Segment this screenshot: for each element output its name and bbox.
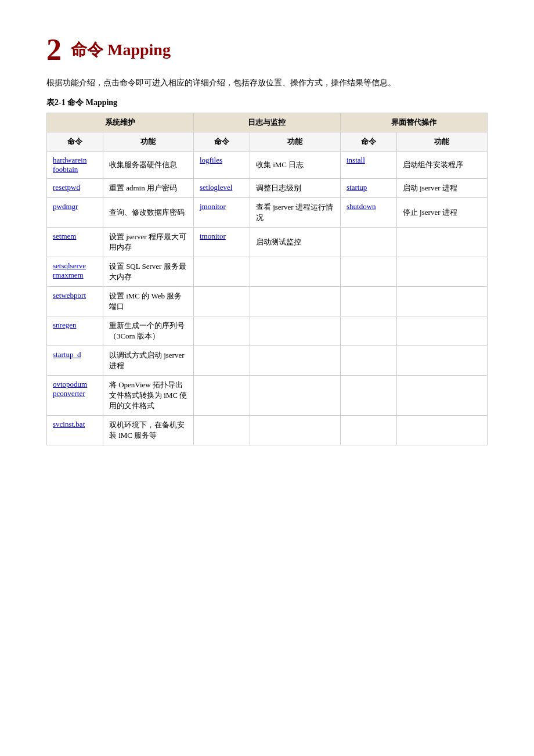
log-cmd-7 [193,346,250,376]
log-func-5 [250,287,340,316]
command-mapping-table: 系统维护 日志与监控 界面替代操作 命令 功能 命令 功能 命令 功能 hard… [46,113,488,445]
col-header-ui-func: 功能 [396,132,487,152]
col-header-log-func: 功能 [250,132,340,152]
ui-cmd-6 [340,316,396,346]
sys-func-7: 以调试方式启动 jserver 进程 [103,346,193,376]
ui-func-6 [396,316,487,346]
log-cmd-1[interactable]: setloglevel [193,179,250,198]
sys-func-8: 将 OpenView 拓扑导出文件格式转换为 iMC 使用的文件格式 [103,376,193,416]
ui-cmd-4 [340,257,396,287]
sys-cmd-6[interactable]: snregen [47,316,103,346]
log-func-6 [250,316,340,346]
ui-cmd-5 [340,287,396,316]
sys-cmd-9[interactable]: svcinst.bat [47,416,103,445]
sys-cmd-1[interactable]: resetpwd [47,179,103,198]
ui-cmd-3 [340,228,396,257]
log-func-9 [250,416,340,445]
log-func-1: 调整日志级别 [250,179,340,198]
sys-cmd-5[interactable]: setwebport [47,287,103,316]
ui-cmd-1[interactable]: startup [340,179,396,198]
log-func-8 [250,376,340,416]
col-header-sys-cmd: 命令 [47,132,103,152]
ui-cmd-9 [340,416,396,445]
sys-cmd-7[interactable]: startup_d [47,346,103,376]
group-header-sys: 系统维护 [47,113,194,132]
sys-cmd-3[interactable]: setmem [47,228,103,257]
ui-func-5 [396,287,487,316]
table-caption: 表2-1 命令 Mapping [46,98,488,108]
ui-cmd-2[interactable]: shutdown [340,198,396,228]
ui-func-3 [396,228,487,257]
log-cmd-6 [193,316,250,346]
log-cmd-2[interactable]: jmonitor [193,198,250,228]
ui-func-8 [396,376,487,416]
ui-func-1: 启动 jserver 进程 [396,179,487,198]
sys-func-1: 重置 admin 用户密码 [103,179,193,198]
col-header-log-cmd: 命令 [193,132,250,152]
ui-cmd-8 [340,376,396,416]
chapter-number: 2 [46,35,62,65]
log-func-3: 启动测试监控 [250,228,340,257]
chapter-title: 命令 Mapping [71,39,171,61]
sys-func-4: 设置 SQL Server 服务最大内存 [103,257,193,287]
chapter-description: 根据功能介绍，点击命令即可进入相应的详细介绍，包括存放位置、操作方式，操作结果等… [46,77,488,89]
log-cmd-4 [193,257,250,287]
sys-func-3: 设置 jserver 程序最大可用内存 [103,228,193,257]
ui-cmd-0[interactable]: install [340,152,396,179]
log-cmd-0[interactable]: logfiles [193,152,250,179]
log-cmd-5 [193,287,250,316]
sys-func-9: 双机环境下，在备机安装 iMC 服务等 [103,416,193,445]
sys-cmd-8[interactable]: ovtopodumpconverter [47,376,103,416]
group-header-ui: 界面替代操作 [340,113,487,132]
log-func-0: 收集 iMC 日志 [250,152,340,179]
log-cmd-3[interactable]: tmonitor [193,228,250,257]
chapter-header: 2 命令 Mapping [46,35,488,65]
sys-cmd-2[interactable]: pwdmgr [47,198,103,228]
ui-func-4 [396,257,487,287]
ui-func-9 [396,416,487,445]
sys-cmd-4[interactable]: setsqlservermaxmem [47,257,103,287]
log-func-2: 查看 jserver 进程运行情况 [250,198,340,228]
log-func-4 [250,257,340,287]
col-header-ui-cmd: 命令 [340,132,396,152]
sys-cmd-0[interactable]: hardwareinfoobtain [47,152,103,179]
ui-func-2: 停止 jserver 进程 [396,198,487,228]
ui-func-7 [396,346,487,376]
sys-func-6: 重新生成一个的序列号（3Com 版本） [103,316,193,346]
log-cmd-9 [193,416,250,445]
log-func-7 [250,346,340,376]
ui-func-0: 启动组件安装程序 [396,152,487,179]
sys-func-0: 收集服务器硬件信息 [103,152,193,179]
sys-func-5: 设置 iMC 的 Web 服务端口 [103,287,193,316]
group-header-log: 日志与监控 [193,113,340,132]
col-header-sys-func: 功能 [103,132,193,152]
ui-cmd-7 [340,346,396,376]
sys-func-2: 查询、修改数据库密码 [103,198,193,228]
log-cmd-8 [193,376,250,416]
